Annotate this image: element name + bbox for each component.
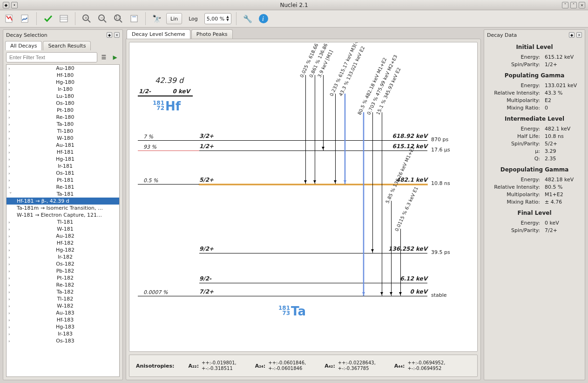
level-scheme-canvas[interactable]: 42.39 d1/2-0 keV18172Hf3/2+618.92 keV870… [129, 42, 478, 352]
log-scale-button[interactable]: Log [185, 13, 202, 24]
tree-item[interactable]: ›Os-183 [7, 337, 119, 344]
feeding-intensity: 0.0007 % [143, 289, 168, 295]
pin-icon[interactable]: • [11, 2, 18, 8]
daughter-nuclide: 18173Ta [278, 304, 306, 318]
info-button[interactable]: i [257, 12, 270, 25]
tree-item[interactable]: ›Ir-180 [7, 86, 119, 93]
zoom-region-button[interactable] [128, 12, 141, 25]
data-row: Half Life:10.8 ns [488, 133, 581, 139]
tree-item[interactable]: ›Hg-182 [7, 246, 119, 253]
svg-line-10 [120, 20, 122, 22]
nuclide-tree[interactable]: ›Au-180›Hf-180›Hg-180›Ir-180›Lu-180›Os-1… [6, 64, 120, 377]
tree-child-item[interactable]: W-181 → Electron Capture, 121… [7, 212, 119, 219]
export-svg-button[interactable] [19, 12, 32, 25]
filter-input[interactable] [6, 52, 97, 62]
data-row: Relative Intensity:80.5 % [488, 184, 581, 190]
tree-item[interactable]: ›Pt-182 [7, 274, 119, 281]
gamma-arrow[interactable] [400, 229, 401, 296]
tree-item[interactable]: ›Pt-180 [7, 107, 119, 114]
zoom-fit-button[interactable]: 1:1 [112, 12, 125, 25]
tree-item[interactable]: ›Os-181 [7, 170, 119, 177]
tab-all-decays[interactable]: All Decays [5, 41, 42, 50]
tree-item[interactable]: ›Ir-183 [7, 330, 119, 337]
close-button[interactable]: × [579, 2, 585, 8]
find-button[interactable]: 🔭 [150, 12, 163, 25]
tree-item[interactable]: ›Tl-181 [7, 219, 119, 226]
dock-title: Decay Data [487, 32, 517, 38]
level-energy: 482.1 keV [376, 177, 427, 183]
tree-item[interactable]: ›Os-180 [7, 100, 119, 107]
filter-apply-icon[interactable]: ▶ [110, 53, 120, 62]
linear-scale-button[interactable]: Lin [166, 13, 182, 24]
level-energy: 136.252 keV [376, 246, 427, 252]
level-line [199, 296, 427, 296]
tree-item[interactable]: ›Hg-180 [7, 79, 119, 86]
tree-item[interactable]: ›W-181 [7, 226, 119, 233]
level-line [199, 150, 427, 151]
dock-float-button[interactable]: ◆ [569, 32, 574, 38]
app-menu-icon[interactable]: ◆ [3, 2, 9, 8]
tree-item[interactable]: ›Tl-180 [7, 128, 119, 135]
tree-item[interactable]: ›Re-180 [7, 114, 119, 121]
tree-item[interactable]: ›Ir-182 [7, 253, 119, 260]
tree-item[interactable]: ›Au-183 [7, 309, 119, 316]
tree-item[interactable]: ›Au-180 [7, 65, 119, 72]
tab-decay-scheme[interactable]: Decay Level Scheme [127, 29, 190, 39]
maximize-button[interactable]: ˄ [570, 2, 577, 8]
tree-child-item[interactable]: Ta-181m → Isomeric Transition, … [7, 205, 119, 212]
minimize-button[interactable]: ˅ [562, 2, 568, 8]
tree-item[interactable]: ›Re-182 [7, 281, 119, 288]
gamma-arrow[interactable] [391, 201, 392, 296]
tree-item[interactable]: ›Lu-180 [7, 93, 119, 100]
tree-item[interactable]: ›Ir-181 [7, 163, 119, 170]
tree-item[interactable]: ›Tl-182 [7, 295, 119, 302]
tree-item[interactable]: ›Hf-182 [7, 239, 119, 246]
accept-button[interactable] [41, 12, 54, 25]
percent-spinbox[interactable]: 5,00 % ▲▼ [204, 13, 231, 24]
export-pdf-button[interactable] [3, 12, 16, 25]
gamma-arrow[interactable] [335, 94, 336, 184]
tree-item[interactable]: ›Hf-181 [7, 149, 119, 156]
gamma-arrow[interactable] [372, 112, 373, 253]
dock-close-button[interactable]: × [114, 32, 120, 38]
tree-item[interactable]: ›Hf-183 [7, 316, 119, 323]
tree-item[interactable]: ›Au-181 [7, 142, 119, 149]
tree-child-item[interactable]: Hf-181 → β-, 42.39 d [7, 198, 119, 205]
section-header: Depopulating Gamma [488, 166, 581, 173]
tree-item[interactable]: ›Au-182 [7, 233, 119, 239]
tree-item[interactable]: ›Ta-182 [7, 288, 119, 295]
tab-search-results[interactable]: Search Results [43, 41, 91, 50]
svg-line-4 [88, 20, 90, 22]
tree-item[interactable]: ›W-180 [7, 135, 119, 142]
level-jpi: 3/2+ [199, 133, 214, 139]
settings-button[interactable]: 🔧 [241, 12, 254, 25]
gamma-arrow[interactable] [305, 75, 306, 184]
tree-item[interactable]: ›Hg-181 [7, 156, 119, 163]
gamma-arrow[interactable] [363, 112, 364, 296]
gamma-arrow[interactable] [323, 75, 324, 150]
tree-item[interactable]: ›Hf-180 [7, 72, 119, 79]
tree-item[interactable]: ›Re-181 [7, 184, 119, 191]
tree-item[interactable]: ›Ta-180 [7, 121, 119, 128]
tree-item[interactable]: ›Hg-183 [7, 323, 119, 330]
tree-item[interactable]: ›Ta-181 [7, 191, 119, 198]
filter-list-icon[interactable]: ☰ [99, 53, 108, 62]
level-halflife: stable [431, 292, 447, 298]
dock-close-button[interactable]: × [576, 32, 582, 38]
dock-float-button[interactable]: ◆ [107, 32, 112, 38]
tree-item[interactable]: ›W-182 [7, 302, 119, 309]
tab-photo-peaks[interactable]: Photo Peaks [191, 29, 233, 39]
tree-item[interactable]: ›Pt-181 [7, 177, 119, 184]
gamma-arrow[interactable] [315, 75, 315, 184]
zoom-in-button[interactable]: + [80, 12, 93, 25]
tree-item[interactable]: ›Pb-182 [7, 267, 119, 274]
decay-data-dock: Decay Data ◆ × Initial LevelEnergy:615.1… [484, 29, 585, 380]
percent-value: 5,00 % [207, 16, 224, 22]
zoom-out-button[interactable]: − [96, 12, 109, 25]
tree-item[interactable]: ›Os-182 [7, 260, 119, 267]
gamma-arrow[interactable] [345, 94, 345, 184]
level-line [199, 253, 427, 253]
gamma-arrow[interactable] [382, 112, 382, 296]
table-button[interactable] [57, 12, 70, 25]
svg-line-7 [104, 20, 106, 22]
